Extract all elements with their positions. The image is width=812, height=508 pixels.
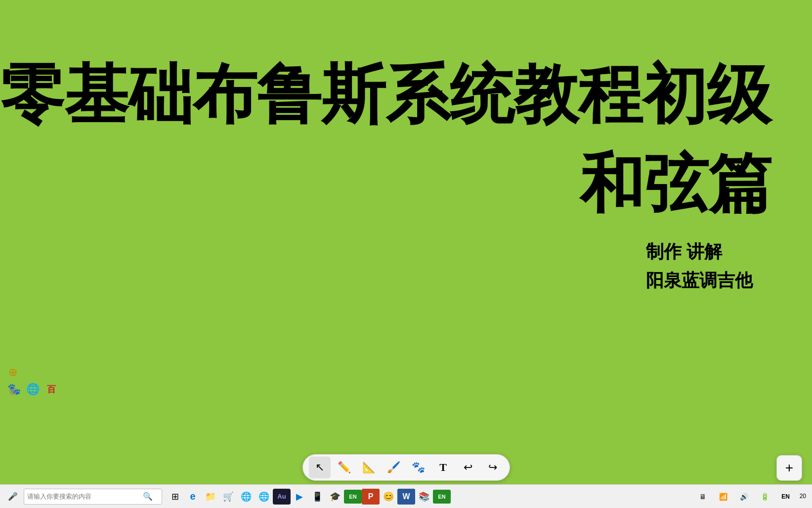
- left-app-tray: 🐾 🌐 百: [5, 380, 60, 398]
- chrome-icon[interactable]: 🌐: [237, 488, 255, 506]
- select-tool-button[interactable]: ↖: [309, 457, 331, 478]
- time-display: 20: [798, 492, 808, 501]
- slide-area: 零基础布鲁斯系统教程初级 和弦篇 制作 讲解 阳泉蓝调吉他 ⊕ ◉ 🐾 🌐 百: [0, 0, 812, 406]
- word-icon[interactable]: W: [397, 489, 415, 505]
- undo-tool-button[interactable]: ↩: [457, 457, 479, 478]
- face-icon[interactable]: 😊: [380, 488, 397, 506]
- slide-title-main: 零基础布鲁斯系统教程初级: [0, 59, 771, 130]
- hat-icon[interactable]: 🎓: [326, 488, 344, 506]
- slide-credits: 制作 讲解 阳泉蓝调吉他: [646, 237, 753, 294]
- en2-icon[interactable]: EN: [433, 490, 451, 504]
- show-desktop-icon[interactable]: 🖥: [694, 488, 712, 506]
- search-icon: 🔍: [143, 492, 153, 501]
- file-explorer-icon[interactable]: 📁: [202, 488, 219, 506]
- slide-title-sub: 和弦篇: [580, 148, 772, 219]
- network-tray-icon[interactable]: 📶: [715, 488, 732, 506]
- clock-time: 20: [800, 492, 806, 501]
- mic-button[interactable]: 🎤: [4, 488, 22, 506]
- baidu-app-icon[interactable]: 百: [43, 380, 60, 398]
- credits-line2: 阳泉蓝调吉他: [646, 266, 753, 295]
- eraser-tool-button[interactable]: ✏️: [334, 457, 355, 478]
- audition-icon[interactable]: Au: [273, 489, 291, 505]
- highlight-tool-button[interactable]: 🖌️: [383, 457, 405, 478]
- plus-button[interactable]: +: [776, 455, 802, 481]
- network-app-icon[interactable]: 🌐: [24, 380, 42, 398]
- store-icon[interactable]: 🛒: [219, 488, 237, 506]
- marker-tool-button[interactable]: 📐: [358, 457, 380, 478]
- search-bar[interactable]: 🔍: [24, 489, 162, 505]
- volume-tray-icon[interactable]: 🔊: [735, 488, 753, 506]
- systray: 🖥 📶 🔊 🔋 EN 20: [690, 488, 812, 506]
- ime-tray-label[interactable]: EN: [777, 488, 795, 506]
- redo-tool-button[interactable]: ↪: [482, 457, 504, 478]
- floating-toolbar: ↖ ✏️ 📐 🖌️ 🐾 T ↩ ↪: [302, 454, 510, 481]
- credits-line1: 制作 讲解: [646, 237, 753, 266]
- task-view-button[interactable]: ⊞: [166, 488, 184, 506]
- dict-icon[interactable]: 📚: [415, 488, 433, 506]
- paw-tool-button[interactable]: 🐾: [408, 457, 429, 478]
- text-tool-button[interactable]: T: [432, 457, 454, 478]
- unknown-app-icon[interactable]: 📱: [308, 488, 326, 506]
- green-browser-icon[interactable]: 🌐: [255, 488, 273, 506]
- terminal-icon[interactable]: ▶: [291, 488, 308, 506]
- taskbar: 🎤 🔍 ⊞ e 📁 🛒 🌐 🌐 Au ▶ 📱 🎓 EN P 😊 W 📚 EN 🖥…: [0, 484, 812, 508]
- battery-tray-icon[interactable]: 🔋: [756, 488, 774, 506]
- chinese-input-icon[interactable]: ⊕: [5, 365, 21, 380]
- paw-app-icon[interactable]: 🐾: [5, 380, 23, 398]
- ppt-icon[interactable]: P: [362, 489, 380, 505]
- en-badge-icon[interactable]: EN: [344, 490, 362, 504]
- browser-edge-icon[interactable]: e: [184, 488, 202, 506]
- search-input[interactable]: [27, 493, 141, 500]
